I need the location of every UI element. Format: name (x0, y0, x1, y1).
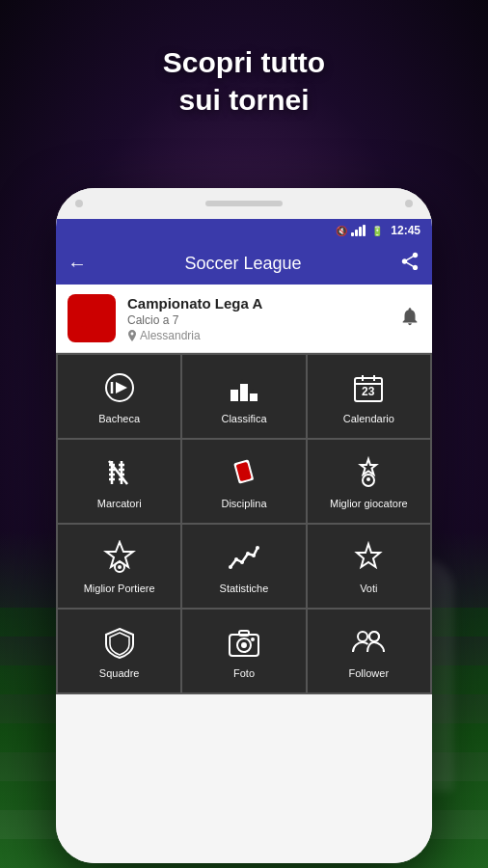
svg-text:23: 23 (362, 385, 375, 398)
title-line2: sui tornei (178, 84, 309, 116)
signal-bar-2 (355, 230, 358, 236)
voti-icon (349, 538, 388, 577)
menu-item-follower[interactable]: Follower (308, 610, 430, 692)
marcatori-icon (100, 453, 139, 492)
signal-bar-1 (351, 232, 354, 236)
svg-point-38 (256, 546, 259, 550)
calendario-label: Calendario (343, 413, 394, 424)
miglior-giocatore-label: Miglior giocatore (330, 498, 408, 509)
follower-label: Follower (349, 667, 390, 679)
svg-point-34 (234, 557, 238, 561)
svg-text:3: 3 (251, 388, 254, 393)
league-info: Campionato Lega A Calcio a 7 Alessandria (127, 295, 399, 342)
svg-rect-4 (230, 390, 238, 401)
svg-point-37 (252, 554, 256, 557)
voti-label: Voti (360, 583, 377, 594)
menu-item-classifica[interactable]: 2 1 3 Classifica (182, 355, 305, 438)
miglior-giocatore-icon (349, 453, 388, 492)
disciplina-label: Disciplina (221, 498, 266, 509)
status-icons: 🔇 🔋 12:45 (336, 224, 420, 237)
menu-item-calendario[interactable]: 23 Calendario (308, 355, 430, 438)
foto-label: Foto (233, 667, 255, 679)
signal-bar-3 (359, 227, 362, 236)
squadre-label: Squadre (99, 667, 140, 679)
back-button[interactable]: ← (68, 253, 87, 275)
svg-text:X: X (77, 304, 97, 334)
page-title: Scopri tutto sui tornei (0, 43, 488, 119)
calendario-icon: 23 (349, 368, 388, 407)
svg-text:2: 2 (231, 384, 234, 390)
svg-point-44 (358, 632, 367, 641)
signal-bars (351, 225, 366, 236)
statistiche-icon (225, 538, 263, 577)
disciplina-icon (225, 453, 263, 492)
miglior-portiere-label: Miglior Portiere (84, 583, 155, 594)
bacheca-icon (100, 368, 139, 407)
menu-grid: Bacheca 2 1 3 Classifica (56, 353, 432, 694)
classifica-label: Classifica (221, 413, 266, 424)
svg-point-41 (241, 642, 247, 648)
battery-icon: 🔋 (371, 226, 383, 236)
marcatori-label: Marcatori (97, 498, 142, 509)
menu-item-miglior-portiere[interactable]: Miglior Portiere (58, 525, 180, 608)
camera-right (405, 200, 413, 207)
league-logo: X (68, 294, 116, 342)
svg-point-36 (246, 552, 250, 556)
svg-point-33 (229, 565, 232, 569)
status-bar: 🔇 🔋 12:45 (56, 219, 432, 242)
classifica-icon: 2 1 3 (225, 368, 263, 407)
league-header: X Campionato Lega A Calcio a 7 Alessandr… (56, 285, 432, 353)
share-button[interactable] (399, 251, 420, 277)
menu-item-squadre[interactable]: Squadre (58, 610, 180, 692)
menu-item-foto[interactable]: Foto (182, 610, 305, 692)
location-icon (127, 330, 137, 341)
menu-item-statistiche[interactable]: Statistiche (182, 525, 305, 608)
phone-frame: 🔇 🔋 12:45 ← Soccer League (56, 188, 432, 863)
nav-title: Soccer League (184, 254, 301, 274)
mute-icon: 🔇 (336, 226, 347, 236)
speaker-grille (205, 201, 283, 206)
foto-icon (225, 623, 263, 662)
svg-point-32 (118, 565, 122, 569)
svg-point-30 (366, 477, 370, 481)
menu-item-disciplina[interactable]: Disciplina (182, 440, 305, 523)
status-time: 12:45 (391, 224, 420, 237)
miglior-portiere-icon (100, 538, 139, 577)
location-text: Alessandria (140, 329, 201, 342)
menu-item-miglior-giocatore[interactable]: Miglior giocatore (308, 440, 430, 523)
svg-marker-2 (116, 382, 127, 393)
squadre-icon (100, 623, 139, 662)
phone-notch (56, 188, 432, 219)
top-nav: ← Soccer League (56, 242, 432, 285)
bell-button[interactable] (399, 306, 420, 332)
menu-item-bacheca[interactable]: Bacheca (58, 355, 180, 438)
camera-left (75, 200, 83, 207)
svg-rect-6 (250, 393, 258, 401)
signal-bar-4 (363, 225, 366, 236)
league-name: Campionato Lega A (127, 295, 399, 312)
svg-rect-42 (239, 631, 249, 636)
menu-item-voti[interactable]: Voti (308, 525, 430, 608)
svg-point-43 (251, 637, 255, 641)
league-location: Alessandria (127, 329, 399, 342)
svg-point-46 (369, 632, 379, 641)
league-subtitle: Calcio a 7 (127, 313, 399, 327)
statistiche-label: Statistiche (220, 583, 269, 594)
menu-item-marcatori[interactable]: Marcatori (58, 440, 180, 523)
title-line1: Scopri tutto (163, 46, 325, 78)
svg-point-35 (240, 560, 244, 564)
bacheca-label: Bacheca (98, 413, 140, 424)
follower-icon (349, 623, 388, 662)
svg-text:1: 1 (241, 378, 244, 384)
svg-rect-5 (240, 384, 248, 401)
app-screen: 🔇 🔋 12:45 ← Soccer League (56, 219, 432, 863)
